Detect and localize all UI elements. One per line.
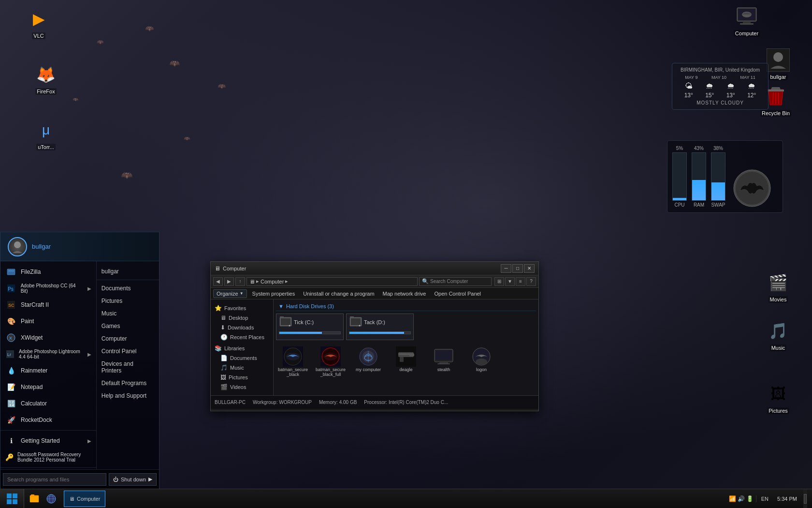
desktop-icon-pictures[interactable]: 🖼 Pictures (759, 382, 798, 414)
file-icon-stealth[interactable]: stealth (427, 344, 461, 378)
view-btn-2[interactable]: ▼ (505, 277, 515, 286)
view-buttons: ⊞ ▼ ≡ ? (494, 277, 536, 286)
tray-battery-icon[interactable]: 🔋 (746, 495, 754, 502)
lightroom-icon: Lr (5, 348, 15, 360)
right-item-music[interactable]: Music (97, 307, 159, 320)
back-button[interactable]: ◀ (213, 277, 223, 286)
right-item-devices[interactable]: Devices and Printers (97, 358, 159, 377)
desktop-icon-movies[interactable]: 🎬 Movies (759, 271, 798, 303)
right-item-username[interactable]: bullgar (97, 265, 159, 278)
tray-sound-icon[interactable]: 🔊 (738, 495, 745, 502)
explorer-main-content: ▼ Hard Disk Drives (3) (274, 299, 538, 395)
view-btn-3[interactable]: ≡ (516, 277, 525, 286)
menu-item-lightroom[interactable]: Lr Adobe Photoshop Lightroom 4.4 64-bit … (0, 346, 96, 362)
weather-temp-3: 12° (747, 92, 756, 99)
sidebar-documents[interactable]: 📄 Documents (211, 353, 273, 363)
right-item-pictures[interactable]: Pictures (97, 295, 159, 307)
uninstall-btn[interactable]: Uninstall or change a program (300, 290, 377, 298)
shutdown-button[interactable]: ⏻ Shut down ▶ (109, 473, 157, 486)
menu-item-xwidget[interactable]: X XWidget (0, 329, 96, 346)
file-icon-logon[interactable]: logon (464, 344, 498, 378)
show-desktop-button[interactable] (803, 489, 807, 508)
file-icon-deagle[interactable]: deagle (389, 344, 423, 378)
sidebar-desktop[interactable]: 🖥 Desktop (211, 313, 273, 323)
maximize-button[interactable]: □ (512, 264, 523, 273)
right-item-games[interactable]: Games (97, 320, 159, 332)
sidebar-downloads[interactable]: ⬇ Downloads (211, 323, 273, 332)
taskbar-icon-explorer[interactable] (27, 491, 42, 507)
up-button[interactable]: ↑ (235, 277, 245, 286)
menu-item-starcraft[interactable]: SC StarCraft II (0, 297, 96, 313)
open-control-panel-btn[interactable]: Open Control Panel (431, 290, 484, 298)
weather-location: BIRMINGHAM, BIR, United Kingdom (678, 67, 762, 73)
svg-text:Lr: Lr (7, 352, 11, 357)
map-network-btn[interactable]: Map network drive (380, 290, 429, 298)
view-btn-1[interactable]: ⊞ (494, 277, 504, 286)
organize-menu[interactable]: Organize ▼ (213, 289, 247, 298)
sidebar-music[interactable]: 🎵 Music (211, 363, 273, 373)
desktop-icon-vlc[interactable]: ▶ VLC (19, 7, 58, 39)
right-pictures: Pictures (102, 298, 122, 304)
svg-line-7 (773, 92, 773, 104)
right-item-control-panel[interactable]: Control Panel (97, 345, 159, 358)
drive-d-icon (349, 315, 362, 329)
right-item-help[interactable]: Help and Support (97, 389, 159, 402)
sidebar-pictures[interactable]: 🖼 Pictures (211, 373, 273, 382)
start-menu: bullgar FileZilla Ps Adobe Photoshop CC … (0, 232, 160, 489)
menu-item-getting-started[interactable]: ℹ Getting Started ▶ (0, 433, 96, 449)
sidebar-recent[interactable]: 🕐 Recent Places (211, 332, 273, 342)
menu-item-daossoft[interactable]: 🔑 Daossoft Password Recovery Bundle 2012… (0, 449, 96, 465)
explorer-search-bar[interactable]: 🔍 Search Computer (419, 277, 492, 286)
system-properties-btn[interactable]: System properties (249, 290, 298, 298)
taskbar-icons (24, 491, 61, 507)
sidebar-videos[interactable]: 🎬 Videos (211, 382, 273, 392)
drive-d[interactable]: Tack (D:) (346, 314, 414, 340)
sidebar-libraries[interactable]: 📚 Libraries (211, 344, 273, 353)
taskbar-active-window[interactable]: 🖥 Computer (64, 491, 105, 507)
start-button[interactable] (0, 489, 24, 508)
desktop-label-side: Desktop (229, 315, 248, 321)
downloads-icon: ⬇ (220, 324, 225, 331)
menu-item-paint[interactable]: 🎨 Paint (0, 313, 96, 329)
drive-c[interactable]: Tick (C:) (276, 314, 344, 340)
address-bar[interactable]: 🖥 ▸ Computer ▸ (246, 277, 418, 286)
menu-item-rocketdock[interactable]: 🚀 RocketDock (0, 412, 96, 428)
drive-c-header: Tick (C:) (279, 315, 341, 329)
tray-network-icon[interactable]: 📶 (729, 495, 736, 502)
desktop-icon-computer[interactable]: Computer (727, 5, 766, 37)
desktop-icon-firefox[interactable]: 🦊 FireFox (27, 63, 65, 95)
menu-item-photoshop[interactable]: Ps Adobe Photoshop CC (64 Bit) ▶ (0, 280, 96, 297)
svg-rect-53 (7, 499, 12, 504)
menu-item-calculator[interactable]: 🔢 Calculator (0, 395, 96, 412)
file-explorer-window: 🖥 Computer ─ □ ✕ ◀ ▶ ↑ 🖥 ▸ Computer ▸ 🔍 … (210, 261, 539, 411)
forward-button[interactable]: ▶ (224, 277, 234, 286)
address-bar-arrow: ▸ (285, 278, 288, 284)
svg-point-12 (14, 241, 21, 248)
statusbar-memory: Memory: 4.00 GB (319, 400, 357, 405)
utorrent-label: uTorr... (36, 144, 56, 150)
right-item-documents[interactable]: Documents (97, 282, 159, 295)
taskbar-icon-browser[interactable] (44, 491, 59, 507)
help-button[interactable]: ? (526, 277, 536, 286)
file-icon-batman-secure[interactable]: batman_secure_black (276, 344, 310, 378)
file-icon-my-computer[interactable]: my computer (351, 344, 385, 378)
menu-item-notepad[interactable]: 📝 Notepad (0, 379, 96, 395)
menu-item-rainmeter[interactable]: 💧 Rainmeter (0, 362, 96, 379)
desktop-icon-utorrent[interactable]: μ uTorr... (27, 119, 65, 150)
right-item-computer[interactable]: Computer (97, 332, 159, 345)
svg-text:X: X (9, 336, 12, 341)
right-item-default-programs[interactable]: Default Programs (97, 377, 159, 389)
desktop-icon-music[interactable]: 🎵 Music (759, 319, 798, 351)
vlc-label: VLC (32, 32, 45, 39)
weather-temp-1: 15° (705, 92, 714, 99)
system-clock[interactable]: 5:34 PM (773, 496, 801, 502)
file-icon-batman-secure-full[interactable]: batman_secure_black_full (314, 344, 348, 378)
close-button[interactable]: ✕ (524, 264, 535, 273)
search-input[interactable] (3, 473, 106, 486)
statusbar-workgroup: Workgroup: WORKGROUP (253, 400, 312, 405)
menu-item-filezilla[interactable]: FileZilla (0, 264, 96, 280)
favorites-section: ⭐ Favorites 🖥 Desktop ⬇ Downloads 🕐 Rece… (211, 303, 273, 342)
minimize-button[interactable]: ─ (501, 264, 511, 273)
language-indicator[interactable]: EN (759, 496, 771, 502)
sidebar-favorites[interactable]: ⭐ Favorites (211, 303, 273, 313)
